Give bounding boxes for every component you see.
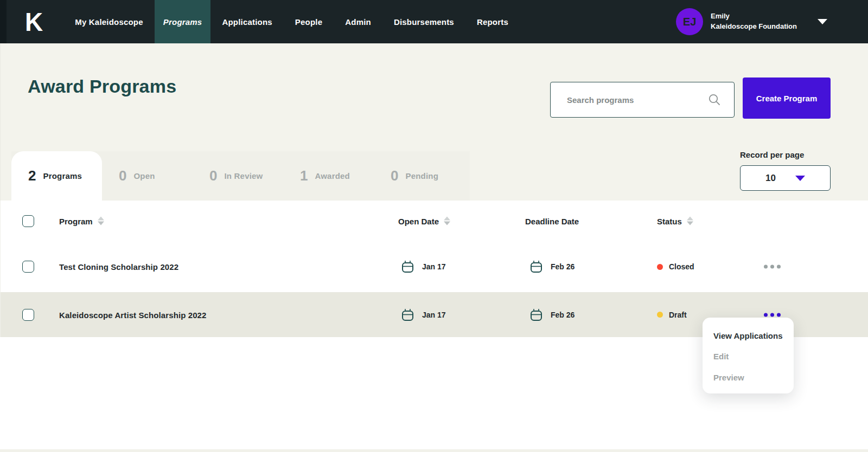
table-row[interactable]: Test Cloning Scholarship 2022 Jan 17 Feb… [1, 241, 868, 292]
nav-menu: My Kaleidoscope Programs Applications Pe… [63, 0, 520, 43]
open-date-cell: Jan 17 [400, 259, 446, 274]
open-date-value: Jan 17 [422, 311, 446, 319]
menu-item-view-applications[interactable]: View Applications [713, 331, 794, 340]
records-per-page-label: Record per page [740, 150, 804, 159]
user-first-name: Emily [711, 11, 797, 22]
column-header-deadline-date-label: Deadline Date [525, 216, 579, 225]
column-header-open-date[interactable]: Open Date [398, 216, 450, 225]
tab-pending-label: Pending [405, 171, 438, 180]
nav-item-people[interactable]: People [284, 0, 334, 43]
records-per-page-select[interactable]: 10 [740, 165, 831, 191]
tab-in-review[interactable]: 0 In Review [193, 151, 283, 201]
status-cell: Draft [657, 311, 687, 319]
status-dot [657, 312, 663, 318]
tab-programs[interactable]: 2 Programs [11, 151, 102, 201]
status-badge: Draft [669, 311, 687, 319]
row-checkbox[interactable] [22, 261, 34, 273]
open-date-cell: Jan 17 [400, 307, 446, 322]
status-badge: Closed [669, 262, 694, 271]
tab-awarded-label: Awarded [315, 171, 349, 180]
deadline-date-cell: Feb 26 [529, 259, 575, 274]
column-header-open-date-label: Open Date [398, 216, 439, 225]
sort-icon[interactable] [444, 217, 450, 225]
tab-awarded-count: 1 [300, 167, 308, 184]
select-all-checkbox[interactable] [22, 215, 34, 227]
row-actions-context-menu: View Applications Edit Preview [703, 318, 794, 393]
sort-icon[interactable] [687, 217, 693, 225]
menu-item-preview: Preview [713, 373, 794, 382]
search-input[interactable] [551, 82, 708, 117]
tab-open-count: 0 [119, 167, 126, 184]
program-name[interactable]: Kaleidoscope Artist Scholarship 2022 [59, 310, 206, 319]
chevron-down-icon[interactable] [818, 19, 827, 24]
top-nav: K My Kaleidoscope Programs Applications … [0, 0, 868, 43]
footer-strip [0, 449, 868, 452]
calendar-icon [529, 307, 544, 322]
nav-item-applications[interactable]: Applications [210, 0, 283, 43]
calendar-icon [529, 259, 544, 274]
row-checkbox-cell [22, 261, 34, 273]
nav-item-my-kaleidoscope[interactable]: My Kaleidoscope [63, 0, 155, 43]
row-actions-cell [763, 262, 782, 272]
open-date-value: Jan 17 [422, 262, 446, 271]
avatar[interactable]: EJ [676, 8, 703, 35]
nav-item-admin[interactable]: Admin [334, 0, 382, 43]
row-actions-menu-button[interactable] [763, 262, 782, 272]
column-header-status[interactable]: Status [657, 216, 693, 225]
search-icon[interactable] [708, 93, 721, 106]
tab-awarded[interactable]: 1 Awarded [283, 151, 374, 201]
tab-programs-label: Programs [43, 171, 82, 180]
nav-item-reports[interactable]: Reports [465, 0, 520, 43]
column-header-program-label: Program [59, 216, 93, 225]
status-dot [657, 264, 663, 270]
column-header-program[interactable]: Program [59, 216, 104, 225]
tab-pending-count: 0 [391, 167, 398, 184]
user-name-block: Emily Kaleidoscope Foundation [711, 11, 797, 32]
search-box [550, 82, 735, 118]
select-all-checkbox-cell [22, 215, 34, 227]
calendar-icon [400, 259, 415, 274]
tab-open-label: Open [133, 171, 155, 180]
row-checkbox-cell [22, 309, 34, 321]
calendar-icon [400, 307, 415, 322]
menu-item-edit: Edit [713, 352, 794, 361]
table-header-row: Program Open Date Deadline Date Status [1, 201, 868, 241]
nav-item-disbursements[interactable]: Disbursements [382, 0, 465, 43]
programs-table: Program Open Date Deadline Date Status T… [0, 201, 868, 337]
kaleidoscope-logo[interactable]: K [25, 7, 42, 37]
page-header-band: Award Programs Create Program Record per… [0, 43, 868, 201]
nav-left-edge [0, 0, 7, 43]
create-program-button[interactable]: Create Program [743, 78, 831, 119]
user-org-name: Kaleidoscope Foundation [711, 22, 797, 32]
tab-in-review-count: 0 [209, 167, 217, 184]
tab-pending[interactable]: 0 Pending [374, 151, 464, 201]
user-menu[interactable]: EJ Emily Kaleidoscope Foundation [676, 0, 827, 43]
tab-open[interactable]: 0 Open [102, 151, 193, 201]
status-cell: Closed [657, 262, 694, 271]
deadline-date-cell: Feb 26 [529, 307, 575, 322]
tab-in-review-label: In Review [224, 171, 263, 180]
chevron-down-icon [795, 176, 805, 181]
page-title: Award Programs [28, 76, 176, 97]
deadline-date-value: Feb 26 [551, 311, 575, 319]
row-checkbox[interactable] [22, 309, 34, 321]
sort-icon[interactable] [98, 217, 104, 225]
nav-item-programs[interactable]: Programs [155, 0, 211, 43]
records-per-page-value: 10 [765, 173, 776, 184]
program-name[interactable]: Test Cloning Scholarship 2022 [59, 262, 178, 272]
column-header-deadline-date[interactable]: Deadline Date [525, 216, 579, 225]
status-tabs: 2 Programs 0 Open 0 In Review 1 Awarded … [11, 151, 470, 201]
deadline-date-value: Feb 26 [551, 262, 575, 271]
tab-programs-count: 2 [28, 167, 36, 184]
column-header-status-label: Status [657, 216, 682, 225]
